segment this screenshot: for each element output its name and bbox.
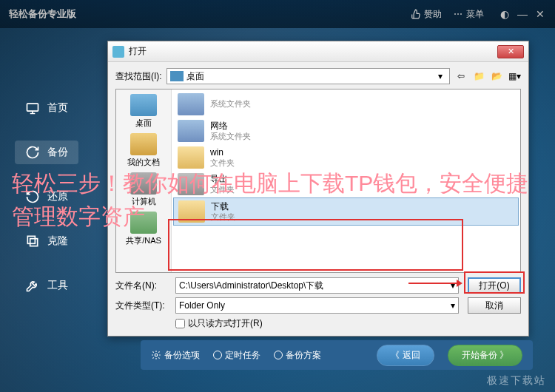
look-in-combo[interactable]: 桌面 ▾ (166, 68, 450, 84)
folder-icon (178, 120, 204, 142)
sidebar-item-label: 克隆 (47, 234, 68, 248)
svg-rect-2 (30, 239, 38, 246)
folder-icon (178, 200, 205, 223)
look-in-label: 查找范围(I): (115, 70, 162, 83)
sponsor-label: 赞助 (424, 8, 442, 21)
backup-options-button[interactable]: 备份选项 (151, 349, 200, 362)
filename-input[interactable]: C:\Users\Administrator\Desktop\下载▾ (175, 277, 459, 294)
chevron-down-icon: ▾ (451, 300, 455, 311)
schedule-label: 定时任务 (225, 349, 260, 362)
thumb-up-icon (411, 9, 421, 19)
new-folder-icon[interactable]: 📂 (490, 70, 503, 83)
options-label: 备份选项 (164, 349, 200, 362)
filetype-value: Folder Only (179, 300, 225, 311)
file-name: 网络 (210, 121, 251, 131)
scheme-option[interactable]: 备份方案 (274, 349, 321, 362)
tools-icon (25, 278, 40, 293)
home-icon (25, 101, 40, 115)
menu-label: 菜单 (466, 8, 484, 21)
place-label: 计算机 (132, 197, 156, 206)
chevron-down-icon: ▾ (434, 71, 446, 81)
schedule-option[interactable]: 定时任务 (213, 349, 260, 362)
filetype-combo[interactable]: Folder Only▾ (175, 297, 459, 314)
readonly-label: 以只读方式打开(R) (188, 317, 263, 330)
sidebar-item-clone[interactable]: 克隆 (15, 229, 78, 253)
place-label: 我的文档 (127, 158, 160, 166)
file-type: 文件夹 (210, 158, 235, 168)
restore-icon (25, 189, 40, 204)
sidebar: 首页 备份 还原 克隆 工具 (15, 96, 78, 297)
file-row[interactable]: 系统文件夹 (173, 91, 519, 118)
menu-dots-icon: ⋯ (454, 9, 463, 19)
readonly-row[interactable]: 以只读方式打开(R) (175, 317, 521, 330)
chevron-down-icon: ▾ (451, 280, 455, 291)
form-section: 文件名(N): C:\Users\Administrator\Desktop\下… (115, 277, 521, 330)
place-desktop[interactable]: 桌面 (129, 92, 158, 130)
file-name: 下载 (211, 201, 235, 212)
look-in-row: 查找范围(I): 桌面 ▾ ⇦ 📁 📂 ▦▾ (115, 68, 521, 84)
gear-icon (151, 350, 161, 360)
backup-icon (25, 145, 40, 160)
svg-rect-1 (27, 236, 35, 243)
folder-icon (178, 173, 204, 195)
file-type: 系统文件夹 (210, 99, 251, 109)
look-in-value: 桌面 (186, 70, 204, 83)
open-button[interactable]: 打开(O) (468, 277, 521, 294)
svg-point-3 (155, 354, 158, 356)
app-header: 轻松备份专业版 赞助 ⋯ 菜单 ◐ — ✕ (0, 0, 555, 28)
file-row[interactable]: 下载文件夹 (173, 197, 519, 226)
network-place-icon (130, 212, 157, 234)
sidebar-item-restore[interactable]: 还原 (15, 185, 78, 209)
app-title: 轻松备份专业版 (9, 7, 405, 21)
filetype-label: 文件类型(T): (115, 300, 171, 312)
readonly-checkbox[interactable] (175, 319, 185, 328)
skin-button[interactable]: ◐ (499, 8, 511, 20)
dialog-close-button[interactable]: ✕ (497, 45, 524, 58)
clone-icon (25, 234, 40, 249)
file-browser: 桌面 我的文档 计算机 共享/NAS 系统文件夹网络系统文件夹win文件夹导出文… (115, 89, 521, 273)
minimize-button[interactable]: — (517, 8, 528, 20)
bottom-toolbar: 备份选项 定时任务 备份方案 《 返回 开始备份 》 (141, 340, 533, 370)
back-icon[interactable]: ⇦ (454, 70, 468, 83)
menu-button[interactable]: ⋯ 菜单 (448, 5, 490, 24)
place-network[interactable]: 共享/NAS (124, 210, 163, 248)
window-controls: ◐ — ✕ (499, 8, 546, 20)
folder-icon (178, 93, 204, 115)
file-row[interactable]: 网络系统文件夹 (173, 118, 519, 144)
sidebar-item-backup[interactable]: 备份 (15, 141, 78, 164)
open-dialog: 打开 ✕ 查找范围(I): 桌面 ▾ ⇦ 📁 📂 ▦▾ 桌面 我的文档 计算机 … (107, 41, 529, 337)
cancel-button[interactable]: 取消 (468, 297, 521, 314)
place-label: 共享/NAS (126, 236, 161, 245)
back-button[interactable]: 《 返回 (377, 345, 434, 366)
file-type: 文件夹 (210, 185, 235, 195)
desktop-place-icon (130, 94, 157, 116)
view-menu-icon[interactable]: ▦▾ (508, 70, 521, 83)
watermark: 极速下载站 (487, 374, 546, 388)
up-icon[interactable]: 📁 (472, 70, 485, 83)
dialog-app-icon (112, 46, 124, 58)
place-documents[interactable]: 我的文档 (126, 132, 161, 169)
documents-place-icon (130, 133, 157, 155)
scheme-label: 备份方案 (286, 349, 321, 362)
folder-icon (178, 146, 204, 169)
radio-icon (274, 351, 283, 359)
start-backup-button[interactable]: 开始备份 》 (448, 345, 522, 366)
close-button[interactable]: ✕ (534, 8, 546, 20)
file-list[interactable]: 系统文件夹网络系统文件夹win文件夹导出文件夹下载文件夹 (172, 89, 520, 272)
file-row[interactable]: win文件夹 (173, 144, 519, 171)
sidebar-item-label: 首页 (47, 101, 68, 115)
file-name: 导出 (210, 174, 235, 184)
dialog-title: 打开 (129, 45, 147, 58)
desktop-icon (170, 71, 184, 81)
filename-value: C:\Users\Administrator\Desktop\下载 (179, 280, 323, 292)
sidebar-item-home[interactable]: 首页 (15, 96, 78, 120)
filename-label: 文件名(N): (115, 280, 171, 292)
file-type: 文件夹 (211, 212, 235, 222)
dialog-body: 查找范围(I): 桌面 ▾ ⇦ 📁 📂 ▦▾ 桌面 我的文档 计算机 共享/NA… (108, 62, 528, 336)
sidebar-item-tools[interactable]: 工具 (15, 274, 78, 297)
sponsor-button[interactable]: 赞助 (405, 5, 448, 24)
place-computer[interactable]: 计算机 (129, 171, 158, 209)
sidebar-item-label: 备份 (47, 146, 68, 159)
file-type: 系统文件夹 (210, 132, 251, 141)
file-row[interactable]: 导出文件夹 (173, 171, 519, 197)
